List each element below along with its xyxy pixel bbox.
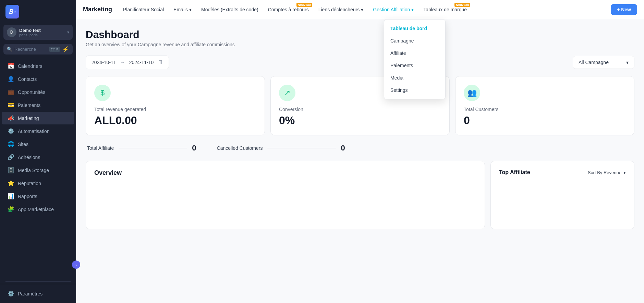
stat-card-customers: 👥 Total Customers 0 bbox=[455, 76, 634, 135]
page-title: Dashboard bbox=[86, 29, 634, 40]
search-plus-icon: ⚡ bbox=[62, 46, 69, 52]
sidebar-item-label: Automatisation bbox=[18, 129, 50, 134]
sidebar-item-opportunités[interactable]: 💼Opportunités bbox=[2, 86, 74, 98]
topnav-planificateur[interactable]: Planificateur Social bbox=[119, 4, 168, 15]
avatar: D bbox=[7, 27, 16, 37]
topnav-emails[interactable]: Emails ▾ bbox=[169, 4, 196, 15]
search-icon: 🔍 bbox=[7, 47, 12, 52]
badge-nouveau-tableaux: Nouveau bbox=[454, 3, 470, 7]
dropdown-item-affiliate[interactable]: Affiliate bbox=[384, 47, 445, 59]
new-button[interactable]: + New bbox=[611, 4, 637, 15]
stat-divider bbox=[267, 148, 336, 148]
filter-row: 2024-10-11 → 2024-11-10 🗓 All Campagne ▾ bbox=[86, 56, 634, 69]
chevron-down-icon: ▾ bbox=[626, 60, 629, 65]
topnav-tableaux[interactable]: Nouveau Tableaux de marque bbox=[419, 4, 471, 15]
nav-icon: 👤 bbox=[8, 76, 14, 82]
dropdown-item-paiements[interactable]: Paiements bbox=[384, 59, 445, 72]
chevron-down-icon: ▾ bbox=[361, 7, 363, 12]
sidebar-item-paiements[interactable]: 💳Paiements bbox=[2, 99, 74, 111]
gestion-affiliation-dropdown: Tableau de bordCampagneAffiliatePaiement… bbox=[384, 19, 446, 99]
customers-icon: 👥 bbox=[464, 85, 480, 101]
sort-by-revenue[interactable]: Sort By Revenue ▾ bbox=[588, 170, 626, 175]
cancelled-value: 0 bbox=[341, 144, 345, 153]
sidebar-item-label: Paramètres bbox=[18, 291, 42, 296]
nav-icon: 💳 bbox=[8, 102, 14, 108]
sidebar-item-parametres[interactable]: ⚙️ Paramètres bbox=[2, 287, 74, 300]
nav-icon: 📊 bbox=[8, 193, 14, 199]
sidebar-collapse-button[interactable]: ‹ bbox=[72, 260, 80, 269]
chevron-down-icon: ▾ bbox=[411, 7, 414, 12]
topnav-modeles[interactable]: Modèles (Extraits de code) bbox=[197, 4, 263, 15]
sidebar-item-réputation[interactable]: ⭐Réputation bbox=[2, 177, 74, 190]
topnav-comptes[interactable]: Nouveau Comptes à rebours bbox=[264, 4, 313, 15]
sidebar-item-label: Réputation bbox=[18, 181, 41, 186]
overview-card: Overview bbox=[86, 161, 485, 229]
overview-title: Overview bbox=[94, 169, 476, 177]
nav-icon: ⭐ bbox=[8, 180, 14, 186]
total-affiliate-stat: Total Affiliate 0 bbox=[87, 144, 196, 153]
nav-icon: 🔗 bbox=[8, 154, 14, 160]
sidebar-bottom: ⚙️ Paramètres bbox=[0, 284, 76, 303]
arrow-icon: → bbox=[120, 60, 125, 65]
sidebar-item-app-marketplace[interactable]: 🧩App Marketplace bbox=[2, 203, 74, 216]
sidebar: Be D Demo test paris, paris ▾ 🔍 Recherch… bbox=[0, 0, 76, 303]
search-placeholder: Recherche bbox=[14, 47, 47, 52]
top-affiliate-card: Top Affiliate Sort By Revenue ▾ bbox=[490, 161, 634, 229]
top-navigation: Marketing Planificateur Social Emails ▾ … bbox=[76, 0, 644, 19]
calendar-icon: 🗓 bbox=[158, 59, 163, 65]
bottom-stats: Total Affiliate 0 Cancelled Customers 0 bbox=[86, 144, 634, 153]
date-from: 2024-10-11 bbox=[92, 60, 116, 65]
user-location: paris, paris bbox=[19, 33, 67, 37]
sidebar-item-label: Calendriers bbox=[18, 63, 42, 69]
page-content: Dashboard Get an overview of your Campag… bbox=[76, 19, 644, 303]
stat-value: 0 bbox=[464, 114, 626, 127]
dropdown-item-media[interactable]: Media bbox=[384, 72, 445, 84]
top-affiliate-title: Top Affiliate bbox=[499, 169, 530, 175]
stat-label: Total revenue generated bbox=[94, 107, 256, 112]
dropdown-item-campagne[interactable]: Campagne bbox=[384, 35, 445, 47]
nav-icon: 🧩 bbox=[8, 206, 14, 213]
stat-value: ALL0.00 bbox=[94, 114, 256, 127]
nav-icon: 📣 bbox=[8, 115, 14, 121]
date-range-picker[interactable]: 2024-10-11 → 2024-11-10 🗓 bbox=[86, 56, 169, 69]
sidebar-item-label: Rapports bbox=[18, 194, 37, 199]
sidebar-item-automatisation[interactable]: ⚙️Automatisation bbox=[2, 125, 74, 137]
total-affiliate-value: 0 bbox=[192, 144, 196, 153]
sidebar-item-sites[interactable]: 🌐Sites bbox=[2, 138, 74, 150]
sidebar-item-rapports[interactable]: 📊Rapports bbox=[2, 190, 74, 203]
sort-label: Sort By Revenue bbox=[588, 170, 621, 175]
chevron-down-icon: ▾ bbox=[623, 170, 626, 175]
topnav-liens[interactable]: Liens déclencheurs ▾ bbox=[314, 4, 368, 15]
nav-icon: 🗄️ bbox=[8, 167, 14, 173]
sidebar-item-marketing[interactable]: 📣Marketing bbox=[2, 112, 74, 124]
sidebar-item-label: Sites bbox=[18, 142, 28, 147]
search-bar[interactable]: 🔍 Recherche ctrl K ⚡ bbox=[3, 44, 73, 54]
user-section[interactable]: D Demo test paris, paris ▾ bbox=[3, 25, 73, 40]
sidebar-item-contacts[interactable]: 👤Contacts bbox=[2, 73, 74, 85]
stat-label: Total Customers bbox=[464, 107, 626, 112]
sidebar-item-label: Paiements bbox=[18, 102, 40, 108]
campagne-filter[interactable]: All Campagne ▾ bbox=[573, 56, 634, 69]
topnav-gestion-affiliation[interactable]: Gestion Affiliation ▾ bbox=[369, 4, 418, 15]
badge-nouveau: Nouveau bbox=[296, 3, 312, 7]
chevron-down-icon: ▾ bbox=[189, 7, 192, 12]
total-affiliate-label: Total Affiliate bbox=[87, 145, 114, 151]
dropdown-item-tableau-de-bord[interactable]: Tableau de bord bbox=[384, 22, 445, 35]
campagne-label: All Campagne bbox=[579, 60, 609, 65]
revenue-icon: $ bbox=[94, 85, 111, 101]
sidebar-item-calendriers[interactable]: 📅Calendriers bbox=[2, 60, 74, 72]
sidebar-item-adhésions[interactable]: 🔗Adhésions bbox=[2, 151, 74, 163]
date-to: 2024-11-10 bbox=[129, 60, 154, 65]
sidebar-item-label: Contacts bbox=[18, 76, 37, 82]
sidebar-item-label: App Marketplace bbox=[18, 207, 54, 212]
dropdown-item-settings[interactable]: Settings bbox=[384, 84, 445, 96]
sidebar-item-label: Adhésions bbox=[18, 155, 40, 160]
settings-icon: ⚙️ bbox=[8, 290, 14, 297]
conversion-icon: ↗ bbox=[279, 85, 295, 101]
sidebar-logo: Be bbox=[0, 0, 76, 23]
user-chevron-icon: ▾ bbox=[67, 30, 69, 35]
sidebar-item-label: Media Storage bbox=[18, 168, 49, 173]
sidebar-item-media-storage[interactable]: 🗄️Media Storage bbox=[2, 164, 74, 177]
main-content: Marketing Planificateur Social Emails ▾ … bbox=[76, 0, 644, 303]
stat-card-revenue: $ Total revenue generated ALL0.00 bbox=[86, 76, 265, 135]
